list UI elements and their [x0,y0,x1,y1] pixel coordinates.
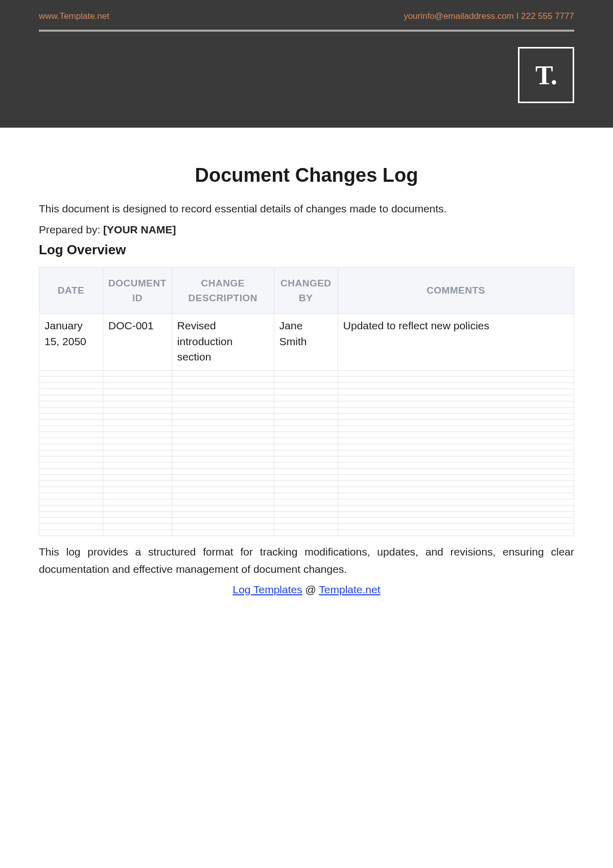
cell-empty [39,456,103,462]
cell-empty [39,370,103,376]
cell-empty [39,499,103,505]
cell-empty [103,499,172,505]
cell-empty [172,395,274,401]
cell-empty [39,382,103,389]
cell-empty [39,493,103,499]
col-header-desc: CHANGE DESCRIPTION [172,267,274,314]
cell-empty [172,450,274,456]
cell-empty [172,438,274,444]
cell-empty [172,431,274,438]
cell-empty [274,401,338,407]
cell-empty [338,438,574,444]
intro-text: This document is designed to record esse… [39,201,574,218]
cell-empty [274,382,338,389]
cell-empty [172,523,274,529]
col-header-date: DATE [39,267,103,314]
cell-empty [39,389,103,395]
cell-empty [274,493,338,499]
site-link[interactable]: www.Template.net [39,11,109,21]
table-row [39,444,574,450]
contact-sep: I [514,11,521,21]
cell-empty [338,401,574,407]
table-header-row: DATE DOCUMENT ID CHANGE DESCRIPTION CHAN… [39,267,574,314]
header-band: www.Template.net yourinfo@emailaddress.c… [0,0,613,128]
table-row [39,462,574,468]
cell-empty [274,505,338,511]
table-row [39,456,574,462]
cell-empty [39,487,103,493]
footer-links: Log Templates @ Template.net [39,584,574,596]
cell-empty [39,450,103,456]
cell-empty [103,425,172,431]
cell-empty [39,376,103,382]
table-row [39,438,574,444]
footer-at: @ [302,584,319,595]
table-row [39,499,574,505]
cell-by: Jane Smith [274,314,338,370]
cell-empty [338,517,574,523]
cell-id: DOC-001 [103,314,172,370]
cell-empty [274,419,338,425]
cell-empty [39,431,103,438]
cell-empty [172,376,274,382]
cell-empty [172,474,274,480]
cell-empty [172,401,274,407]
cell-empty [39,505,103,511]
cell-empty [172,462,274,468]
cell-empty [338,407,574,413]
cell-empty [338,505,574,511]
cell-empty [39,468,103,474]
cell-empty [274,370,338,376]
cell-empty [172,517,274,523]
cell-empty [39,529,103,536]
cell-empty [172,468,274,474]
table-row [39,517,574,523]
table-row [39,431,574,438]
cell-empty [338,480,574,487]
footer-link-site[interactable]: Template.net [319,584,380,595]
cell-empty [338,419,574,425]
cell-empty [172,511,274,517]
cell-empty [103,493,172,499]
cell-empty [274,480,338,487]
cell-empty [338,444,574,450]
cell-empty [274,523,338,529]
cell-empty [39,425,103,431]
cell-empty [103,376,172,382]
cell-empty [338,474,574,480]
cell-empty [172,382,274,389]
cell-empty [338,413,574,419]
table-row [39,425,574,431]
cell-empty [39,438,103,444]
cell-empty [39,523,103,529]
table-row [39,529,574,536]
cell-empty [39,419,103,425]
footer-link-templates[interactable]: Log Templates [232,584,302,595]
cell-empty [103,413,172,419]
cell-empty [103,431,172,438]
table-row [39,450,574,456]
table-row [39,382,574,389]
cell-empty [338,468,574,474]
cell-empty [103,401,172,407]
cell-empty [274,474,338,480]
cell-empty [338,431,574,438]
table-row [39,493,574,499]
cell-empty [39,395,103,401]
cell-empty [103,450,172,456]
cell-empty [103,505,172,511]
outro-text: This log provides a structured format fo… [39,543,574,578]
page-title: Document Changes Log [39,164,574,186]
cell-empty [338,493,574,499]
table-row [39,407,574,413]
cell-empty [274,407,338,413]
cell-empty [39,444,103,450]
cell-empty [274,438,338,444]
cell-empty [103,389,172,395]
cell-comments: Updated to reflect new policies [338,314,574,370]
header-top-bar: www.Template.net yourinfo@emailaddress.c… [39,0,574,32]
col-header-id: DOCUMENT ID [103,267,172,314]
logo-icon: T. [518,47,574,103]
cell-empty [338,376,574,382]
cell-empty [172,389,274,395]
